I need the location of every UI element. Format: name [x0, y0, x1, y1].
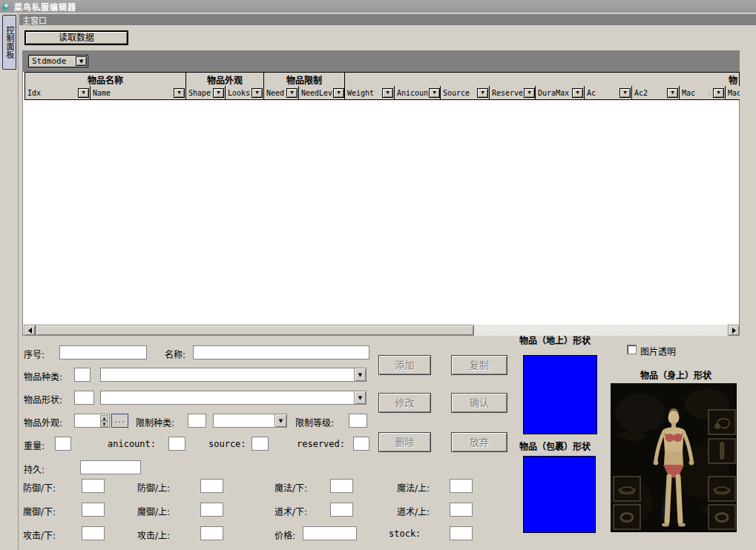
abandon-button[interactable]: 放弃 — [451, 432, 507, 452]
item-shape-code-input[interactable] — [74, 391, 94, 405]
item-type-code-input[interactable] — [74, 368, 91, 382]
group-header-limit[interactable]: 物品限制 — [264, 73, 345, 86]
anicount-input[interactable] — [168, 437, 185, 451]
col-duramax[interactable]: DuraMax▼ — [536, 86, 585, 100]
item-type-combobox[interactable]: ▼ — [100, 368, 367, 382]
image-transparent-label: 图片透明 — [640, 345, 676, 357]
item-type-label: 物品种类: — [24, 370, 62, 382]
filter-arrow-icon[interactable]: ▼ — [213, 88, 224, 98]
stock-input[interactable] — [450, 526, 473, 540]
scrollbar-track[interactable] — [36, 325, 728, 336]
weight-label: 重量: — [24, 439, 45, 451]
image-transparent-checkbox[interactable] — [627, 345, 637, 354]
item-shape-combobox[interactable]: ▼ — [100, 391, 367, 405]
package-shape-preview — [523, 456, 596, 533]
col-source[interactable]: Source▼ — [441, 86, 490, 100]
filter-arrow-icon[interactable]: ▼ — [619, 88, 631, 98]
mdef-low-input[interactable] — [82, 503, 105, 517]
browse-button[interactable]: ... — [111, 414, 128, 428]
mdef-high-input[interactable] — [200, 503, 223, 517]
weapon-icon — [720, 443, 724, 459]
necklace-slot — [709, 410, 735, 434]
group-header-attributes[interactable]: 物 — [345, 73, 740, 86]
col-mac[interactable]: Mac△▼ — [680, 86, 726, 100]
price-input[interactable] — [303, 526, 357, 540]
body-shape-preview — [611, 383, 737, 532]
scroll-left-button[interactable] — [24, 325, 36, 336]
source-input[interactable] — [252, 437, 269, 451]
item-look-spinbox[interactable]: ▲ ▼ — [74, 414, 110, 428]
filter-arrow-icon[interactable]: ▼ — [78, 88, 89, 98]
left-bracelet-slot — [614, 477, 640, 501]
dropdown-arrow-icon[interactable]: ▼ — [76, 56, 87, 66]
copy-button[interactable]: 复制 — [451, 355, 507, 375]
tao-high-input[interactable] — [450, 503, 473, 517]
scrollbar-thumb[interactable] — [36, 325, 474, 336]
col-reserve[interactable]: Reserve▼ — [490, 86, 536, 100]
scroll-right-button[interactable] — [728, 325, 740, 336]
atk-high-input[interactable] — [200, 526, 223, 540]
horizontal-scrollbar[interactable] — [24, 325, 740, 336]
col-ac[interactable]: Ac▼ — [585, 86, 632, 100]
ground-shape-label: 物品（地上）形状 — [519, 334, 591, 346]
col-weight[interactable]: Weight▼ — [345, 86, 395, 100]
spinner-up-icon[interactable]: ▲ — [100, 415, 108, 421]
magic-high-input[interactable] — [450, 479, 473, 493]
filter-arrow-icon[interactable]: ▼ — [429, 88, 440, 98]
load-data-button[interactable]: 读取数据 — [24, 30, 128, 45]
durability-label: 持久: — [24, 463, 45, 475]
col-ac2[interactable]: Ac2▼ — [632, 86, 680, 100]
filter-arrow-icon[interactable]: ▼ — [477, 88, 488, 98]
filter-arrow-icon[interactable]: ▼ — [252, 88, 263, 98]
chevron-down-icon[interactable]: ▼ — [354, 368, 366, 381]
spinner[interactable]: ▲ ▼ — [100, 415, 108, 426]
col-looks[interactable]: Looks▼ — [226, 86, 264, 100]
col-anicount[interactable]: Anicoun▼ — [395, 86, 441, 100]
col-name[interactable]: Name▼ — [91, 86, 186, 100]
group-header-name[interactable]: 物品名称 — [25, 73, 186, 86]
filter-arrow-icon[interactable]: ▼ — [382, 88, 393, 98]
character-paperdoll-image — [611, 383, 737, 532]
def-low-input[interactable] — [82, 479, 105, 493]
chevron-down-icon[interactable]: ▼ — [275, 414, 286, 427]
col-idx[interactable]: Idx▼ — [25, 86, 91, 100]
modify-button[interactable]: 修改 — [378, 393, 431, 413]
mdef-low-label: 魔御/下: — [23, 505, 56, 517]
atk-low-input[interactable] — [82, 526, 105, 540]
filter-arrow-icon[interactable]: ▼ — [174, 88, 185, 98]
limit-type-code-input[interactable] — [188, 414, 206, 428]
grid-body[interactable] — [24, 100, 739, 325]
add-button[interactable]: 添加 — [378, 355, 431, 375]
filter-arrow-icon[interactable]: ▼ — [713, 88, 724, 98]
mdi-caption: 主窗口 — [19, 14, 756, 25]
limit-level-input[interactable] — [349, 414, 367, 428]
chevron-down-icon[interactable]: ▼ — [354, 391, 366, 404]
filter-arrow-icon[interactable]: ▼ — [286, 88, 298, 98]
durability-input[interactable] — [80, 460, 141, 474]
group-header-appearance[interactable]: 物品外观 — [186, 73, 264, 86]
spinner-down-icon[interactable]: ▼ — [100, 421, 108, 427]
name-input[interactable] — [193, 345, 369, 360]
tao-low-input[interactable] — [330, 503, 353, 517]
serial-input[interactable] — [59, 345, 147, 360]
col-shape[interactable]: Shape▼ — [186, 86, 226, 100]
col-need[interactable]: Need▼ — [264, 86, 299, 100]
magic-low-input[interactable] — [330, 479, 353, 493]
limit-type-combobox[interactable]: ▼ — [213, 414, 287, 428]
delete-button[interactable]: 删除 — [378, 432, 431, 452]
weight-input[interactable] — [55, 437, 71, 451]
groupby-stdmode-dropdown[interactable]: Stdmode △ ▼ — [28, 55, 88, 67]
filter-arrow-icon[interactable]: ▼ — [572, 88, 583, 98]
atk-low-label: 攻击/下: — [23, 529, 56, 541]
tab-control-panel[interactable]: 控制面板 — [2, 15, 16, 70]
col-needlev[interactable]: NeedLev▼ — [299, 86, 345, 100]
filter-arrow-icon[interactable]: ▼ — [667, 88, 678, 98]
confirm-button[interactable]: 确认 — [451, 393, 507, 413]
filter-arrow-icon[interactable]: ▼ — [524, 88, 535, 98]
col-mac2[interactable]: Mac2 — [726, 86, 740, 100]
filter-arrow-icon[interactable]: ▼ — [333, 88, 344, 98]
def-high-label: 防御/上: — [137, 481, 170, 494]
def-high-input[interactable] — [200, 479, 223, 493]
item-look-label: 物品外观: — [24, 416, 62, 428]
reserved-input[interactable] — [353, 437, 369, 451]
